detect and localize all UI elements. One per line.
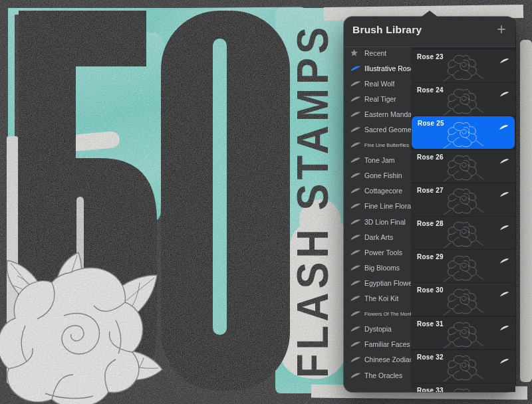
rose-thumbnail-icon — [442, 219, 485, 249]
brush-row-rose-29[interactable]: Rose 29 — [411, 250, 515, 282]
brush-stroke-icon — [499, 88, 509, 94]
brush-row-rose-23[interactable]: Rose 23 — [411, 50, 515, 82]
sidebar-item-sacred-geometry[interactable]: Sacred Geometry — [344, 122, 411, 137]
brush-stroke-glyph — [350, 142, 361, 148]
brush-stroke-icon — [499, 254, 509, 260]
sidebar-item-flowers-of-the-mont[interactable]: Flowers Of The Mont... — [344, 306, 411, 322]
brush-stroke-icon — [499, 121, 509, 127]
sidebar-item-illustrative-roses[interactable]: Illustrative Roses — [344, 60, 411, 76]
sidebar-item-label: Egyptian Flowers — [364, 279, 411, 287]
sidebar-item-recent[interactable]: Recent — [344, 47, 411, 60]
brush-stroke-icon — [350, 80, 361, 87]
sidebar-item-fine-line-floral[interactable]: Fine Line Floral — [344, 199, 411, 214]
sidebar-item-label: Chinese Zodiacs — [364, 355, 411, 363]
sidebar-item-label: Gone Fishin — [364, 171, 402, 179]
brush-stroke-glyph — [350, 111, 361, 118]
brush-stroke-glyph — [350, 80, 361, 87]
brush-stroke-icon — [350, 126, 361, 133]
sidebar-item-label: The Oracles — [364, 371, 402, 379]
brush-stroke-glyph — [350, 126, 361, 133]
rose-thumbnail-icon — [442, 119, 485, 150]
brush-stroke-icon — [499, 54, 509, 60]
sidebar-item-chinese-zodiacs[interactable]: Chinese Zodiacs — [344, 352, 411, 367]
sidebar-item-big-blooms[interactable]: Big Blooms — [344, 260, 411, 275]
brush-name-label: Rose 33 — [417, 387, 444, 392]
sidebar-item-label: The Koi Kit — [364, 294, 398, 302]
brush-name-label: Rose 28 — [417, 220, 444, 227]
rose-thumbnail-glyph — [442, 152, 485, 183]
sidebar-item-dystopia[interactable]: Dystopia — [344, 322, 411, 337]
brush-stroke-glyph — [499, 225, 509, 231]
sidebar-item-familiar-faces[interactable]: Familiar Faces — [344, 337, 411, 352]
brush-row-rose-31[interactable]: Rose 31 — [411, 317, 515, 350]
sidebar-item-fine-line-butterflies[interactable]: Fine Line Butterflies — [344, 138, 411, 153]
sidebar-item-eastern-mandalas[interactable]: Eastern Mandalas — [344, 106, 411, 122]
rose-thumbnail-icon — [442, 152, 485, 183]
brush-stroke-icon — [350, 157, 361, 163]
brush-stroke-glyph — [499, 391, 509, 392]
sidebar-item-power-tools[interactable]: Power Tools — [344, 245, 411, 260]
brush-name-label: Rose 32 — [417, 354, 444, 361]
sidebar-item-real-tiger[interactable]: Real Tiger — [344, 91, 411, 106]
brush-row-rose-26[interactable]: Rose 26 — [411, 150, 515, 183]
rose-thumbnail-glyph — [442, 119, 485, 150]
brush-stroke-glyph — [350, 203, 361, 209]
panel-callout-arrow — [422, 11, 438, 17]
brush-stroke-glyph — [350, 219, 361, 225]
brush-row-rose-30[interactable]: Rose 30 — [411, 283, 515, 316]
brush-name-label: Rose 25 — [418, 120, 444, 127]
rose-thumbnail-icon — [442, 286, 485, 316]
brush-stroke-icon — [350, 65, 361, 72]
brush-sets-column: RecentIllustrative RosesReal WolfReal Ti… — [344, 47, 411, 392]
sidebar-item-the-oracles[interactable]: The Oracles — [344, 367, 411, 383]
sidebar-item-tone-jam[interactable]: Tone Jam — [344, 153, 411, 168]
star-glyph — [350, 49, 358, 57]
brushes-column: Rose 23Rose 24Rose 25Rose 26Rose 27Rose … — [411, 47, 515, 392]
brush-name-label: Rose 27 — [417, 187, 444, 194]
sidebar-item-real-wolf[interactable]: Real Wolf — [344, 76, 411, 91]
sidebar-item-cottagecore[interactable]: Cottagecore — [344, 183, 411, 199]
brush-stroke-glyph — [499, 291, 509, 297]
rose-thumbnail-icon — [442, 352, 485, 383]
sidebar-item-3d-lion-final[interactable]: 3D Lion Final — [344, 214, 411, 229]
brush-row-rose-24[interactable]: Rose 24 — [411, 83, 515, 116]
brush-row-rose-27[interactable]: Rose 27 — [411, 183, 515, 216]
sidebar-item-label: Power Tools — [364, 249, 402, 256]
rose-illustration — [0, 246, 178, 404]
sidebar-item-egyptian-flowers[interactable]: Egyptian Flowers — [344, 275, 411, 290]
brush-stroke-glyph — [350, 264, 361, 271]
brush-stroke-icon — [499, 188, 509, 194]
brush-stroke-icon — [350, 280, 361, 286]
brush-row-rose-32[interactable]: Rose 32 — [411, 350, 515, 383]
brush-row-rose-28[interactable]: Rose 28 — [411, 217, 515, 249]
add-brush-set-button[interactable]: + — [494, 21, 509, 37]
sidebar-item-label: Eastern Mandalas — [364, 110, 411, 118]
brush-row-rose-25[interactable]: Rose 25 — [412, 116, 515, 149]
brush-stroke-icon — [499, 155, 509, 161]
star-icon — [350, 49, 361, 57]
sidebar-item-label: Recent — [364, 49, 386, 57]
sidebar-item-gone-fishin[interactable]: Gone Fishin — [344, 168, 411, 183]
sidebar-item-label: Dark Arts — [364, 233, 393, 241]
sidebar-item-the-koi-kit[interactable]: The Koi Kit — [344, 291, 411, 306]
sidebar-item-dark-arts[interactable]: Dark Arts — [344, 229, 411, 245]
sidebar-item-label: Cottagecore — [364, 187, 402, 195]
brush-stroke-icon — [499, 322, 509, 328]
brush-stroke-icon — [350, 372, 361, 379]
sidebar-item-label: Dystopia — [364, 325, 392, 333]
rose-thumbnail-glyph — [442, 185, 485, 216]
rose-thumbnail-icon — [442, 252, 485, 282]
rose-thumbnail-glyph — [442, 352, 485, 383]
rose-thumbnail-icon — [442, 185, 485, 216]
rose-thumbnail-icon — [442, 85, 485, 116]
brush-stroke-glyph — [499, 191, 509, 197]
brush-stroke-glyph — [350, 372, 361, 379]
rose-thumbnail-glyph — [442, 85, 485, 116]
brush-stroke-icon — [350, 295, 361, 302]
sidebar-item-label: 3D Lion Final — [364, 218, 406, 226]
brush-row-rose-33[interactable]: Rose 33 — [411, 383, 515, 392]
brush-stroke-glyph — [350, 96, 361, 102]
brush-stroke-glyph — [350, 341, 361, 348]
brush-stroke-icon — [350, 111, 361, 118]
brush-stroke-glyph — [350, 295, 361, 302]
